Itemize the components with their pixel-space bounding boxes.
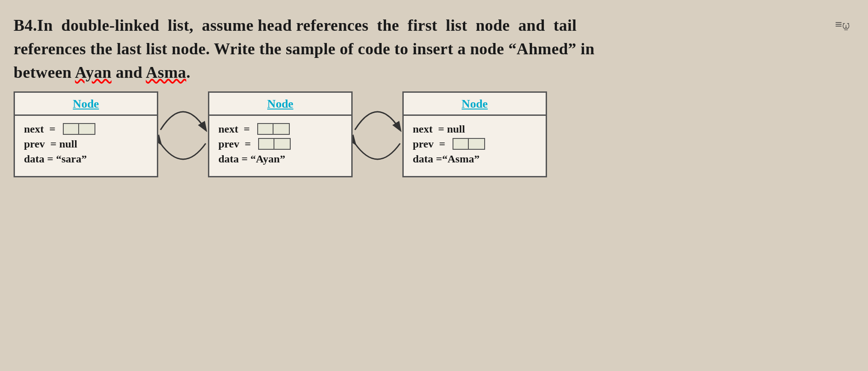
node-asma: Node next = null prev = data =“Asma”	[402, 91, 547, 177]
node-asma-fields: next = null prev = data =“Asma”	[404, 116, 546, 176]
node-ayan-fields: next = prev = data = “Ayan”	[209, 116, 351, 176]
node-sara-next: next =	[24, 123, 148, 135]
arrow-2-3	[353, 89, 402, 180]
node-sara-data: data = “sara”	[24, 153, 148, 165]
asma-text: Asma	[146, 63, 186, 81]
ayan-text: Ayan	[75, 63, 112, 81]
question-line3: between Ayan and Asma.	[14, 63, 190, 81]
node-sara-label: Node	[15, 93, 157, 116]
question-line1: B4.In double-linked list, assume head re…	[14, 16, 577, 34]
node-asma-next: next = null	[413, 123, 537, 135]
node-ayan-data: data = “Ayan”	[218, 153, 342, 165]
question-line2: references the last list node. Write the…	[14, 40, 594, 58]
node-ayan-next: next =	[218, 123, 342, 135]
corner-icon: ≡⍹	[835, 17, 850, 32]
node-ayan-label: Node	[209, 93, 351, 116]
question-text: B4.In double-linked list, assume head re…	[14, 14, 836, 85]
node-ayan: Node next = prev = data = “Ayan”	[208, 91, 353, 177]
node-sara: Node next = prev = null data = “sara”	[14, 91, 158, 177]
arrow-1-2	[158, 89, 208, 180]
node-sara-fields: next = prev = null data = “sara”	[15, 116, 157, 176]
diagram-wrapper: Node next = prev = null data = “sara”	[14, 89, 850, 180]
node-asma-label: Node	[404, 93, 546, 116]
node-asma-prev: prev =	[413, 138, 537, 150]
node-ayan-prev: prev =	[218, 138, 342, 150]
page-content: ≡⍹ B4.In double-linked list, assume head…	[0, 0, 868, 189]
node-asma-data: data =“Asma”	[413, 153, 537, 165]
node-sara-prev: prev = null	[24, 138, 148, 150]
